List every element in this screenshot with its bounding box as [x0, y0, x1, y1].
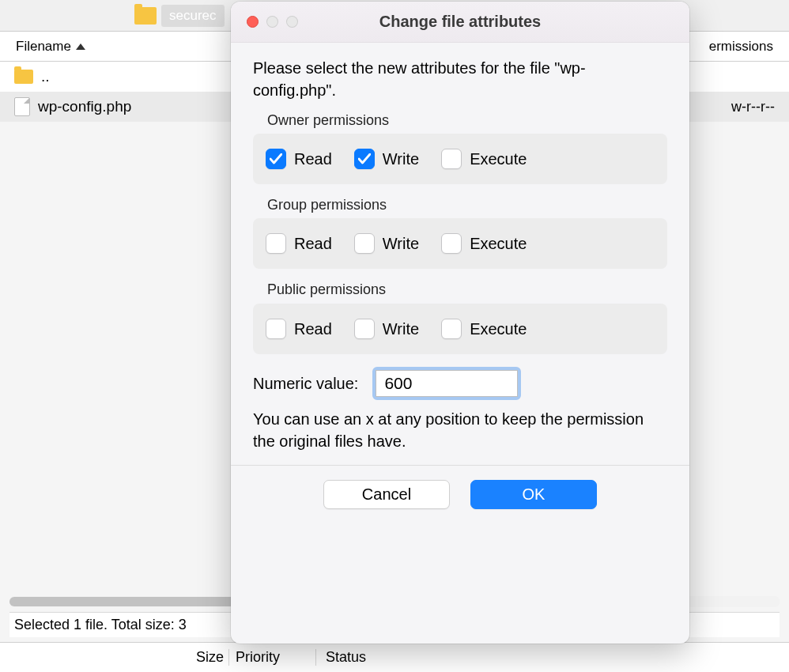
folder-icon	[14, 70, 33, 84]
dialog-body: Please select the new attributes for the…	[231, 43, 689, 527]
window-controls	[247, 16, 298, 28]
group-read-item: Read	[266, 232, 332, 255]
group-read-checkbox[interactable]	[266, 233, 286, 254]
public-execute-checkbox[interactable]	[441, 319, 462, 339]
public-write-item: Write	[354, 318, 419, 340]
public-write-checkbox[interactable]	[354, 319, 375, 339]
owner-read-checkbox[interactable]	[266, 149, 286, 169]
column-filename[interactable]: Filename	[16, 39, 85, 55]
minimize-icon[interactable]	[266, 16, 278, 28]
public-execute-item: Execute	[441, 318, 527, 340]
group-permissions-label: Group permissions	[267, 195, 667, 215]
read-label: Read	[294, 148, 332, 170]
owner-execute-item: Execute	[441, 148, 527, 170]
numeric-value-row: Numeric value:	[253, 367, 667, 400]
ok-button[interactable]: OK	[470, 480, 597, 509]
write-label: Write	[383, 318, 419, 340]
cancel-button[interactable]: Cancel	[323, 480, 450, 509]
column-status[interactable]: Status	[316, 649, 366, 666]
close-icon[interactable]	[247, 16, 259, 28]
file-icon	[14, 97, 30, 116]
column-size[interactable]: Size	[182, 649, 229, 666]
public-permissions-group: Read Write Execute	[253, 304, 667, 354]
numeric-hint: You can use an x at any position to keep…	[253, 408, 667, 452]
dialog-titlebar: Change file attributes	[231, 2, 689, 43]
owner-read-item: Read	[266, 148, 332, 170]
owner-write-checkbox[interactable]	[354, 149, 375, 169]
group-write-checkbox[interactable]	[354, 233, 375, 254]
column-priority[interactable]: Priority	[229, 649, 316, 666]
owner-write-item: Write	[354, 148, 419, 170]
execute-label: Execute	[470, 232, 527, 255]
owner-execute-checkbox[interactable]	[441, 149, 462, 169]
execute-label: Execute	[470, 318, 527, 340]
public-read-checkbox[interactable]	[266, 319, 286, 339]
maximize-icon[interactable]	[286, 16, 298, 28]
numeric-value-input[interactable]	[376, 370, 518, 397]
folder-icon	[134, 7, 157, 25]
path-segment[interactable]: securec	[161, 5, 225, 27]
status-text: Selected 1 file. Total size: 3	[14, 617, 187, 633]
file-name: ..	[41, 68, 50, 85]
transfer-queue-headers: Size Priority Status	[0, 642, 789, 672]
write-label: Write	[383, 232, 419, 255]
owner-permissions-group: Read Write Execute	[253, 134, 667, 184]
write-label: Write	[383, 148, 419, 170]
execute-label: Execute	[470, 148, 527, 170]
change-attributes-dialog: Change file attributes Please select the…	[231, 2, 689, 644]
group-write-item: Write	[354, 232, 419, 255]
numeric-input-focus-ring	[372, 367, 521, 400]
public-read-item: Read	[266, 318, 332, 340]
group-permissions-group: Read Write Execute	[253, 218, 667, 269]
read-label: Read	[294, 232, 332, 255]
public-permissions-label: Public permissions	[267, 280, 667, 300]
dialog-instruction: Please select the new attributes for the…	[253, 57, 667, 101]
group-execute-checkbox[interactable]	[441, 233, 462, 254]
column-permissions-label[interactable]: ermissions	[709, 39, 773, 55]
file-permissions: w-r--r--	[731, 99, 775, 115]
sort-ascending-icon	[76, 43, 85, 50]
dialog-title: Change file attributes	[231, 13, 689, 31]
dialog-buttons: Cancel OK	[253, 466, 667, 527]
group-execute-item: Execute	[441, 232, 527, 255]
file-name: wp-config.php	[38, 98, 131, 115]
numeric-value-label: Numeric value:	[253, 372, 358, 395]
read-label: Read	[294, 318, 332, 340]
column-filename-label: Filename	[16, 39, 71, 55]
owner-permissions-label: Owner permissions	[267, 111, 667, 130]
